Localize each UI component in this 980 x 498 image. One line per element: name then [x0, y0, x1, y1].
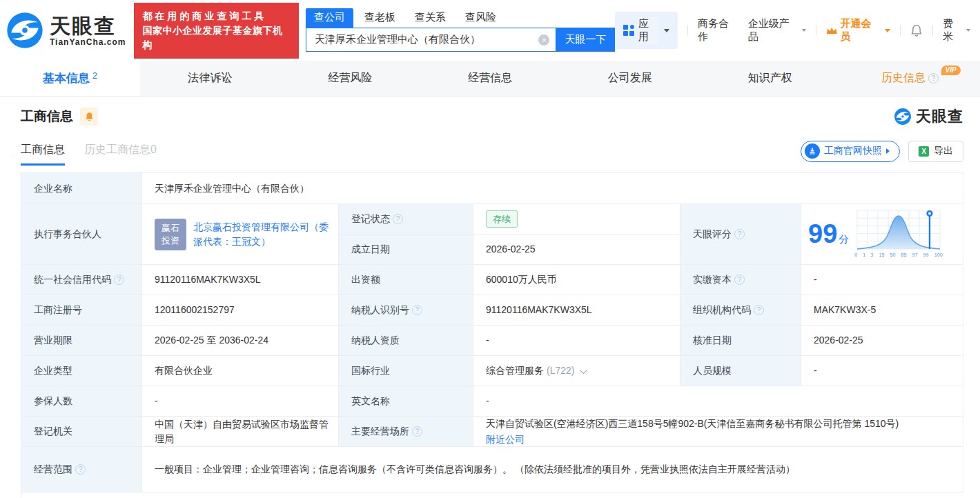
subscribe-bell-button[interactable]: [80, 108, 98, 126]
apps-menu[interactable]: 应用: [615, 12, 678, 49]
search-button[interactable]: 天眼一下: [556, 28, 615, 52]
tab-basic-info-count: 2: [92, 70, 97, 81]
reg-authority-value: 中国（天津）自由贸易试验区市场监督管理局: [142, 417, 339, 447]
company-type-text: 有限合伙企业: [155, 363, 213, 378]
field-label: 实缴资本: [680, 265, 801, 295]
taxpayer-quality-value: -: [473, 326, 680, 356]
help-icon[interactable]: [412, 305, 422, 315]
slogan-line1: 都在用的商业查询工具: [142, 9, 290, 23]
field-label: 营业期限: [21, 326, 142, 356]
tab-label: 经营信息: [468, 71, 512, 86]
tianyancha-logo[interactable]: 天眼查 TianYanCha.com: [6, 11, 126, 50]
tab-basic-info[interactable]: 基本信息 2: [0, 61, 140, 96]
partner-label: 执行事务合伙人: [34, 227, 101, 241]
field-label: 组织机构代码: [680, 295, 801, 326]
industry-code: (L722): [547, 363, 574, 378]
partner-cell: 赢石 投资 北京赢石投资管理有限公司（委派代表：王冠文）: [142, 204, 339, 265]
org-code-value: MAK7KW3X-5: [801, 295, 963, 326]
search-tab-company[interactable]: 查公司: [306, 8, 353, 28]
top-header: 天眼查 TianYanCha.com 都在用的商业查询工具 国家中小企业发展子基…: [0, 0, 980, 61]
taxpayer-id-value: 91120116MAK7KW3X5L: [473, 295, 680, 326]
credit-code-text: 91120116MAK7KW3X5L: [155, 272, 261, 287]
avatar-line2: 投资: [161, 235, 179, 247]
staff-size-text: -: [814, 363, 817, 378]
field-label: 国标行业: [339, 356, 473, 386]
company-nav-tabs: 基本信息 2 法律诉讼 经营风险 经营信息 公司发展 知识产权 VIP 历史信息: [0, 61, 980, 97]
tab-company-development[interactable]: 公司发展: [560, 61, 700, 96]
paid-in-capital-value: -: [801, 265, 963, 295]
open-vip-label: 开通会员: [840, 17, 880, 43]
field-label: 企业类型: [21, 356, 142, 386]
tab-operating-risk[interactable]: 经营风险: [280, 61, 420, 96]
tianyan-score-cell[interactable]: 99分 0131: [801, 204, 963, 265]
apps-menu-label: 应用: [638, 17, 658, 43]
arrow-right-icon: [886, 148, 890, 154]
english-name-value: -: [473, 386, 963, 417]
industry-value[interactable]: 综合管理服务(L722): [473, 356, 680, 386]
help-icon[interactable]: [734, 229, 745, 239]
industry-text: 综合管理服务: [486, 363, 544, 378]
score-distribution-chart: 0131550859799100: [854, 209, 943, 259]
user-menu[interactable]: 费米: [943, 17, 970, 43]
search-tab-boss[interactable]: 查老板: [356, 8, 404, 28]
org-code-label: 组织机构代码: [693, 303, 751, 317]
field-label: 统一社会信用代码: [21, 265, 142, 295]
paid-in-capital-label: 实缴资本: [693, 272, 732, 287]
menu-item-cooperation[interactable]: 商务合作: [698, 17, 738, 43]
official-snapshot-button[interactable]: 工商官网快照: [801, 141, 900, 162]
help-icon[interactable]: [412, 426, 422, 437]
reg-number-value: 120116002152797: [142, 295, 339, 326]
open-vip-button[interactable]: 开通会员: [826, 17, 890, 43]
approval-date-text: 2026-02-25: [814, 333, 863, 348]
tab-intellectual-property[interactable]: 知识产权: [700, 61, 840, 96]
nearby-companies-link[interactable]: 附近公司: [486, 432, 525, 447]
notification-bell-icon[interactable]: [910, 24, 923, 37]
help-icon[interactable]: [75, 464, 86, 475]
field-label: 执行事务合伙人: [21, 204, 142, 265]
industry-label: 国标行业: [351, 363, 390, 378]
tianyancha-watermark-logo: 天眼查: [894, 106, 963, 127]
reg-number-text: 120116002152797: [155, 303, 235, 317]
search-tabs: 查公司 查老板 查关系 查风险: [306, 9, 616, 28]
paid-in-capital-text: -: [814, 272, 817, 287]
field-label: 核准日期: [680, 326, 801, 356]
help-icon[interactable]: [928, 73, 939, 83]
score-curve: [854, 209, 943, 250]
divider: [816, 26, 816, 35]
export-button[interactable]: 导出: [908, 141, 963, 162]
business-term-text: 2026-02-25 至 2036-02-24: [155, 333, 268, 348]
tab-legal-litigation[interactable]: 法律诉讼: [140, 61, 280, 96]
divider: [932, 26, 933, 35]
subtab-history-business-info[interactable]: 历史工商信息0: [84, 143, 157, 166]
chevron-down-icon[interactable]: [580, 366, 587, 373]
business-info-table: 企业名称 天津厚禾企业管理中心（有限合伙） 执行事务合伙人 赢石 投资 北京赢石…: [21, 172, 963, 498]
field-label: 企业名称: [21, 173, 142, 204]
chevron-down-icon: [966, 29, 970, 32]
menu-item-enterprise[interactable]: 企业级产品: [748, 17, 806, 43]
divider: [687, 26, 688, 35]
subtab-business-info[interactable]: 工商信息: [21, 143, 65, 166]
help-icon[interactable]: [393, 214, 403, 224]
slogan-line2: 国家中小企业发展子基金旗下机构: [142, 23, 290, 52]
field-label: 工商注册号: [21, 295, 142, 326]
search-area: 查公司 查老板 查关系 查风险 × 天眼一下: [306, 9, 616, 52]
partner-company-link[interactable]: 北京赢石投资管理有限公司（委派代表：王冠文）: [193, 220, 329, 249]
company-avatar: 赢石 投资: [155, 219, 186, 250]
field-label: 人员规模: [680, 356, 801, 386]
taxpayer-id-label: 纳税人识别号: [351, 303, 409, 317]
tab-history-info[interactable]: VIP 历史信息: [840, 61, 980, 96]
staff-size-label: 人员规模: [693, 363, 732, 378]
search-tab-risk[interactable]: 查风险: [457, 8, 504, 28]
tab-operating-info[interactable]: 经营信息: [420, 61, 560, 96]
help-icon[interactable]: [114, 275, 124, 285]
contribution-text: 600010万人民币: [486, 272, 557, 287]
contribution-label: 出资额: [351, 272, 380, 287]
section-title: 工商信息: [21, 108, 73, 126]
search-tab-relation[interactable]: 查关系: [406, 8, 454, 28]
field-label: 登记状态: [339, 204, 473, 235]
company-name-label: 企业名称: [34, 181, 72, 196]
help-icon[interactable]: [734, 275, 745, 285]
search-input[interactable]: [306, 28, 556, 52]
tab-label: 历史信息: [881, 71, 925, 86]
help-icon[interactable]: [754, 305, 764, 315]
